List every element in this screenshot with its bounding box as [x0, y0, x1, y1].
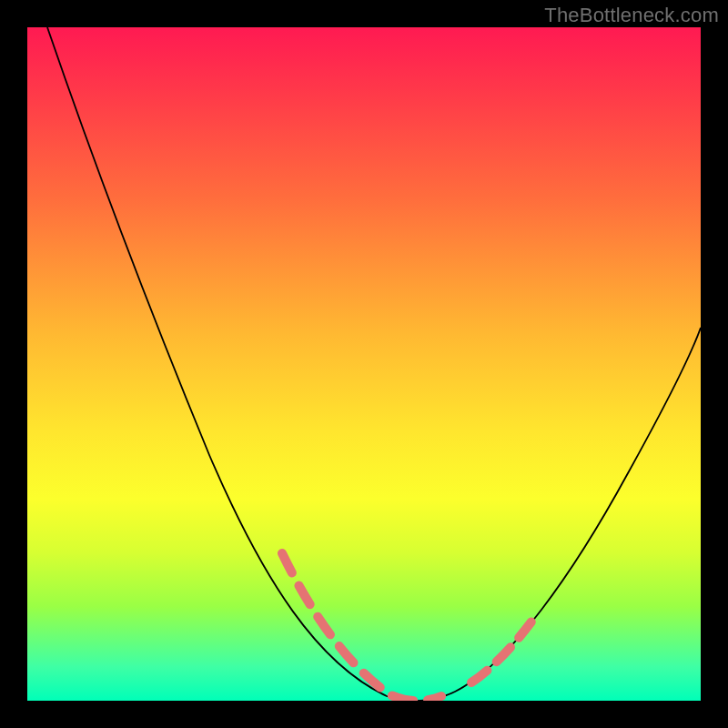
plot-area — [27, 27, 701, 701]
highlight-dash-left — [282, 553, 441, 701]
chart-frame: TheBottleneck.com — [0, 0, 728, 728]
bottleneck-curve — [47, 27, 701, 701]
highlight-dash-right — [471, 614, 537, 682]
curve-svg — [27, 27, 701, 701]
watermark-text: TheBottleneck.com — [544, 4, 719, 27]
